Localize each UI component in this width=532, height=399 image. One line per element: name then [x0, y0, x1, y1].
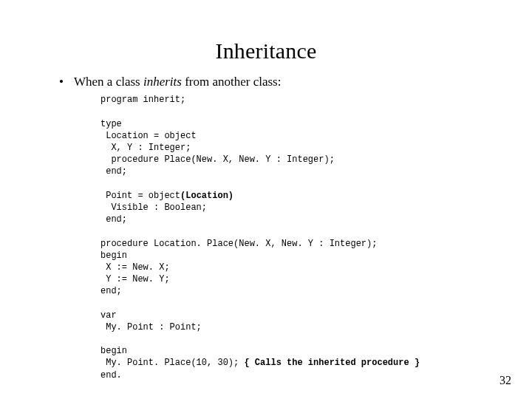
code-line: My. Point. Place(10, 30);: [100, 358, 244, 368]
bullet-text: When a class inherits from another class…: [74, 74, 281, 89]
code-line: X := New. X;: [100, 262, 170, 273]
code-line: Visible : Boolean;: [100, 202, 207, 213]
code-line: Point = object: [100, 191, 180, 201]
code-line: X, Y : Integer;: [100, 143, 191, 153]
code-line: My. Point : Point;: [100, 322, 202, 332]
code-line: program inherit;: [100, 95, 185, 105]
code-line: var: [100, 310, 117, 321]
page-number: 32: [499, 374, 511, 387]
code-line: Location = object: [100, 131, 197, 141]
code-line: procedure Place(New. X, New. Y : Integer…: [100, 154, 335, 165]
code-bold: { Calls the inherited procedure }: [244, 358, 420, 368]
code-line: Y := New. Y;: [100, 274, 170, 284]
code-line: end;: [100, 214, 127, 225]
bullet-marker: •: [59, 74, 74, 89]
bullet-text-italic: inherits: [143, 75, 182, 89]
bullet-text-pre: When a class: [74, 75, 143, 89]
code-line: end.: [100, 370, 122, 381]
slide-body: • When a class inherits from another cla…: [0, 64, 532, 381]
code-line: type: [100, 119, 122, 129]
code-line: end;: [100, 166, 127, 177]
code-line: procedure Location. Place(New. X, New. Y…: [100, 239, 377, 249]
bullet-text-post: from another class:: [182, 75, 282, 89]
code-line: begin: [100, 346, 127, 356]
bullet-item: • When a class inherits from another cla…: [59, 74, 488, 89]
code-line: end;: [100, 286, 122, 296]
slide: Inheritance • When a class inherits from…: [0, 0, 532, 399]
code-bold: (Location): [180, 191, 233, 201]
code-block: program inherit; type Location = object …: [59, 89, 488, 381]
code-line: begin: [100, 250, 127, 261]
slide-title: Inheritance: [0, 0, 532, 64]
